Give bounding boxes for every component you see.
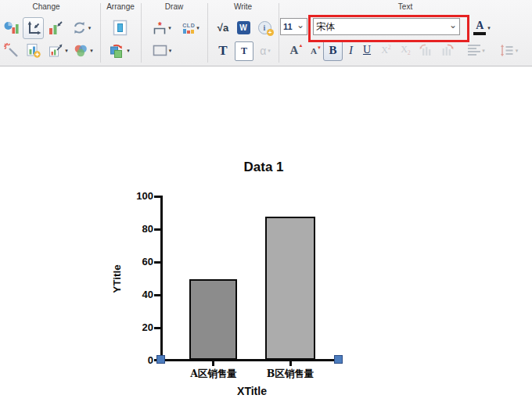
line-spacing-button[interactable]: ▾ bbox=[494, 41, 523, 59]
dropdown-arrow-icon[interactable]: ▾ bbox=[168, 25, 171, 31]
resize-graph-icon bbox=[48, 43, 63, 59]
subscript-button[interactable]: X2 bbox=[397, 41, 414, 59]
new-graph-icon bbox=[25, 42, 41, 59]
revert-rotate-button[interactable]: ▾ bbox=[67, 18, 95, 38]
magic-wizard-button[interactable] bbox=[2, 41, 21, 60]
y-tick-label: 20 bbox=[120, 321, 153, 333]
selection-handle[interactable] bbox=[156, 355, 165, 364]
change-axes-button[interactable] bbox=[23, 17, 44, 39]
font-name-combobox[interactable]: 宋体 ⌄ bbox=[313, 18, 460, 35]
decrease-font-button[interactable]: A ▼ bbox=[306, 42, 322, 59]
dropdown-arrow-icon[interactable]: ▾ bbox=[88, 25, 92, 31]
font-name-value: 宋体 bbox=[316, 20, 449, 34]
font-size-value: 11 bbox=[283, 22, 297, 31]
dropdown-arrow-icon[interactable]: ▾ bbox=[482, 48, 485, 53]
y-tick-label: 80 bbox=[120, 223, 153, 235]
frame-magnify-button[interactable] bbox=[45, 18, 65, 38]
dropdown-arrow-icon[interactable]: ▾ bbox=[65, 48, 68, 53]
word-icon: W bbox=[237, 21, 250, 34]
resize-graph-button[interactable]: ▾ bbox=[45, 41, 71, 60]
draw-shape-button[interactable]: ▾ bbox=[149, 41, 175, 60]
new-graph-button[interactable] bbox=[23, 41, 43, 60]
y-axis-title[interactable]: YTitle bbox=[111, 232, 124, 326]
dropdown-arrow-icon[interactable]: ▾ bbox=[169, 48, 172, 53]
dropdown-arrow-icon[interactable]: ▾ bbox=[268, 48, 271, 53]
ribbon-toolbar: Change Arrange Draw Write Text bbox=[0, 0, 532, 66]
align-lines-icon bbox=[468, 43, 480, 57]
group-label-write: Write bbox=[207, 2, 279, 11]
group-label-arrange: Arrange bbox=[100, 2, 141, 11]
rectangle-icon bbox=[153, 45, 167, 56]
y-tick-label: 100 bbox=[120, 190, 153, 202]
dropdown-arrow-icon[interactable]: ▾ bbox=[516, 48, 519, 53]
group-label-draw: Draw bbox=[141, 2, 207, 11]
increase-font-button[interactable]: A ▲ bbox=[285, 41, 304, 59]
y-tick-label: 0 bbox=[120, 354, 153, 366]
magic-wand-icon bbox=[3, 42, 20, 59]
dropdown-arrow-icon[interactable]: ▾ bbox=[90, 48, 93, 53]
bring-to-front-button[interactable] bbox=[110, 18, 130, 38]
greek-letters-button[interactable]: α ▾ bbox=[254, 41, 276, 60]
group-label-change: Change bbox=[0, 2, 92, 11]
text-tool-icon: T bbox=[218, 43, 227, 59]
change-graph-type-button[interactable] bbox=[2, 18, 21, 38]
font-color-icon: A bbox=[473, 20, 486, 35]
bars-arrow-icon bbox=[47, 20, 63, 36]
insert-equation-button[interactable]: √a bbox=[213, 18, 233, 38]
dropdown-arrow-icon[interactable]: ▾ bbox=[127, 48, 130, 53]
graph-type-icon bbox=[3, 20, 20, 36]
greek-alpha-icon: α bbox=[260, 45, 266, 57]
dropdown-arrow-icon[interactable]: ▾ bbox=[487, 25, 491, 31]
rotate-text-left-icon bbox=[419, 43, 433, 57]
x-axis-title[interactable]: XTitle bbox=[197, 385, 307, 397]
chart-title[interactable]: Data 1 bbox=[189, 160, 338, 177]
x-category-label-b[interactable]: B区销售量 bbox=[243, 368, 337, 381]
color-circles-icon bbox=[73, 43, 88, 59]
x-tick-mark bbox=[212, 361, 214, 366]
axes-arrow-icon bbox=[26, 20, 41, 36]
font-size-combobox[interactable]: 11 ⌄ bbox=[280, 18, 307, 35]
cld-button[interactable]: CLD ▾ bbox=[177, 18, 205, 38]
bring-front-icon bbox=[112, 20, 128, 36]
rotate-text-left-button[interactable] bbox=[416, 41, 435, 59]
group-label-text: Text bbox=[279, 2, 532, 11]
text-tool-button[interactable]: T bbox=[213, 41, 233, 60]
bar-series-a[interactable] bbox=[189, 279, 237, 360]
bold-button[interactable]: B bbox=[323, 40, 343, 61]
cld-icon: CLD bbox=[182, 23, 195, 34]
y-axis-line[interactable] bbox=[160, 196, 163, 361]
x-tick-mark bbox=[289, 361, 292, 366]
group-separator bbox=[279, 3, 279, 63]
superscript-icon: X2 bbox=[381, 44, 391, 56]
group-separator bbox=[207, 3, 208, 63]
rotate-text-right-icon bbox=[440, 43, 455, 57]
x-axis-line[interactable] bbox=[160, 359, 340, 361]
dropdown-arrow-icon[interactable]: ▾ bbox=[196, 25, 200, 31]
significance-bracket-button[interactable]: * ▾ bbox=[149, 17, 175, 38]
subscript-icon: X2 bbox=[401, 44, 411, 56]
decrease-font-icon: A ▼ bbox=[311, 47, 317, 56]
plus-badge-icon: + bbox=[267, 29, 274, 36]
bracket-asterisk-icon: * bbox=[153, 21, 167, 34]
text-align-button[interactable]: ▾ bbox=[463, 41, 490, 59]
rotate-text-right-button[interactable] bbox=[437, 41, 458, 59]
rotate-object-button[interactable]: ▾ bbox=[103, 41, 135, 60]
selection-handle[interactable] bbox=[334, 355, 343, 364]
equation-icon: √a bbox=[217, 22, 228, 34]
rotate-object-icon bbox=[108, 42, 125, 59]
info-icon: i + bbox=[258, 21, 271, 34]
info-note-button[interactable]: i + bbox=[254, 18, 275, 38]
italic-button[interactable]: I bbox=[344, 41, 358, 59]
text-box-icon: T bbox=[241, 45, 247, 57]
y-tick-label: 40 bbox=[120, 289, 153, 300]
color-scheme-button[interactable]: ▾ bbox=[69, 41, 97, 60]
line-spacing-icon bbox=[499, 44, 514, 57]
bar-series-b[interactable] bbox=[265, 217, 315, 360]
increase-font-icon: A ▲ bbox=[290, 45, 299, 56]
font-color-button[interactable]: A ▾ bbox=[468, 18, 496, 37]
superscript-button[interactable]: X2 bbox=[378, 41, 394, 59]
group-separator bbox=[141, 3, 142, 63]
text-box-button[interactable]: T bbox=[235, 41, 253, 61]
word-export-button[interactable]: W bbox=[235, 18, 252, 38]
underline-button[interactable]: U bbox=[359, 41, 375, 59]
